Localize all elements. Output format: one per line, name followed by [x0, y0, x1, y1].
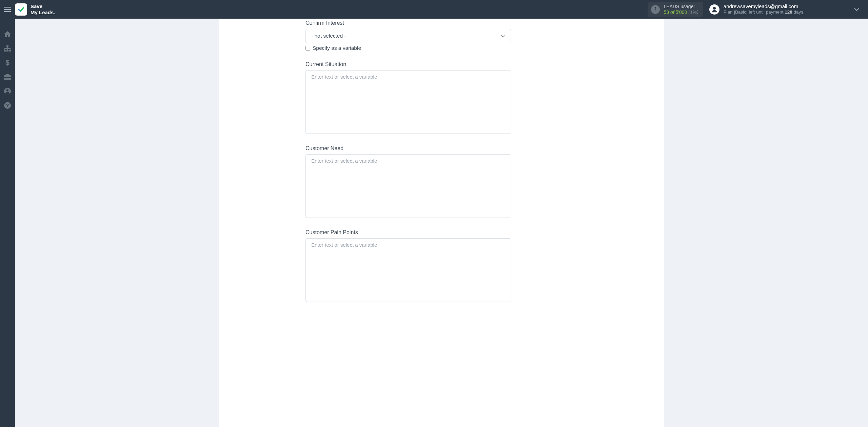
briefcase-icon: [4, 74, 11, 80]
svg-rect-6: [6, 50, 8, 52]
hamburger-icon: [4, 7, 11, 12]
home-icon: [4, 31, 11, 37]
chevron-down-icon: [854, 8, 860, 11]
main-content: Confirm Interest - not selected - Specif…: [15, 19, 868, 427]
svg-point-3: [713, 7, 716, 9]
user-circle-icon: [4, 88, 11, 95]
sidebar: $ ?: [0, 19, 15, 427]
info-icon: i: [651, 5, 660, 14]
question-circle-icon: ?: [4, 102, 11, 109]
svg-rect-11: [7, 48, 8, 50]
svg-rect-12: [10, 48, 11, 50]
field-confirm-interest: Confirm Interest - not selected - Specif…: [305, 19, 511, 51]
dollar-icon: $: [5, 59, 10, 66]
sidebar-item-account[interactable]: [0, 84, 15, 98]
logo-icon: [15, 3, 27, 16]
confirm-interest-variable-checkbox[interactable]: [305, 46, 310, 50]
sitemap-icon: [4, 45, 11, 52]
field-customer-need: Customer Need: [305, 144, 511, 219]
logo[interactable]: Save My Leads.: [15, 3, 55, 16]
user-section[interactable]: andrewsavemyleads@gmail.com Plan |Basic|…: [709, 3, 803, 16]
svg-rect-2: [4, 11, 11, 12]
confirm-interest-variable-label[interactable]: Specify as a variable: [313, 45, 361, 51]
sidebar-item-help[interactable]: ?: [0, 98, 15, 113]
user-info: andrewsavemyleads@gmail.com Plan |Basic|…: [724, 3, 803, 16]
content-panel: Confirm Interest - not selected - Specif…: [219, 19, 664, 427]
header-dropdown-button[interactable]: [854, 6, 860, 13]
current-situation-textarea[interactable]: [305, 70, 511, 134]
svg-point-18: [6, 89, 8, 91]
svg-rect-14: [6, 74, 9, 75]
current-situation-label: Current Situation: [305, 60, 511, 67]
form-area: Confirm Interest - not selected - Specif…: [305, 19, 511, 322]
usage-text: LEADS usage: 53 of 5'000 (1%): [664, 4, 698, 15]
customer-pain-points-textarea[interactable]: [305, 238, 511, 302]
usage-box[interactable]: i LEADS usage: 53 of 5'000 (1%): [648, 2, 703, 17]
sidebar-item-connections[interactable]: [0, 41, 15, 56]
customer-need-label: Customer Need: [305, 144, 511, 151]
header: Save My Leads. i LEADS usage: 53 of 5'00…: [0, 0, 868, 19]
svg-rect-16: [4, 77, 11, 78]
field-customer-pain-points: Customer Pain Points: [305, 228, 511, 303]
confirm-interest-variable-row: Specify as a variable: [305, 45, 511, 51]
confirm-interest-label: Confirm Interest: [305, 19, 511, 26]
sidebar-item-toolbox[interactable]: [0, 70, 15, 84]
svg-rect-5: [4, 50, 6, 52]
sidebar-item-billing[interactable]: $: [0, 56, 15, 70]
svg-rect-7: [9, 50, 11, 52]
svg-rect-0: [4, 7, 11, 8]
customer-pain-points-label: Customer Pain Points: [305, 228, 511, 236]
svg-rect-4: [6, 45, 8, 47]
user-avatar-icon: [709, 4, 719, 15]
customer-need-textarea[interactable]: [305, 154, 511, 218]
svg-rect-1: [4, 9, 11, 10]
svg-text:$: $: [5, 59, 9, 66]
svg-text:?: ?: [6, 103, 9, 108]
menu-toggle-button[interactable]: [0, 0, 15, 19]
field-current-situation: Current Situation: [305, 60, 511, 135]
svg-rect-10: [4, 48, 5, 50]
logo-text: Save My Leads.: [31, 3, 55, 15]
confirm-interest-select[interactable]: - not selected -: [305, 29, 511, 43]
sidebar-item-home[interactable]: [0, 27, 15, 41]
